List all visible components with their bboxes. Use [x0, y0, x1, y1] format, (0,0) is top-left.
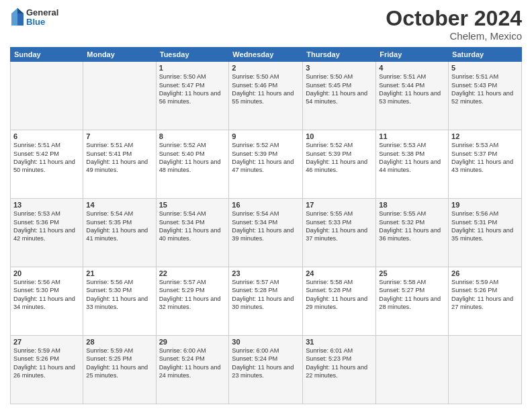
day-info: Sunrise: 6:00 AM Sunset: 5:24 PM Dayligh… [159, 347, 226, 380]
location-title: Chelem, Mexico [386, 30, 522, 42]
day-info: Sunrise: 5:53 AM Sunset: 5:37 PM Dayligh… [451, 141, 519, 175]
day-info: Sunrise: 5:53 AM Sunset: 5:38 PM Dayligh… [379, 141, 445, 175]
calendar-cell: 3Sunrise: 5:50 AM Sunset: 5:45 PM Daylig… [303, 62, 376, 130]
calendar-cell: 26Sunrise: 5:59 AM Sunset: 5:26 PM Dayli… [449, 267, 522, 336]
day-info: Sunrise: 5:56 AM Sunset: 5:30 PM Dayligh… [86, 278, 152, 312]
day-info: Sunrise: 5:56 AM Sunset: 5:30 PM Dayligh… [13, 278, 80, 312]
calendar-cell: 15Sunrise: 5:54 AM Sunset: 5:34 PM Dayli… [156, 199, 229, 267]
day-number: 27 [13, 338, 80, 346]
calendar-cell: 28Sunrise: 5:59 AM Sunset: 5:25 PM Dayli… [83, 336, 156, 404]
day-info: Sunrise: 5:52 AM Sunset: 5:39 PM Dayligh… [306, 141, 373, 175]
day-info: Sunrise: 5:52 AM Sunset: 5:40 PM Dayligh… [159, 141, 226, 175]
calendar-cell: 14Sunrise: 5:54 AM Sunset: 5:35 PM Dayli… [83, 199, 156, 267]
calendar-week-4: 20Sunrise: 5:56 AM Sunset: 5:30 PM Dayli… [11, 267, 522, 336]
calendar-cell: 25Sunrise: 5:58 AM Sunset: 5:27 PM Dayli… [376, 267, 449, 336]
calendar-cell: 23Sunrise: 5:57 AM Sunset: 5:28 PM Dayli… [229, 267, 303, 336]
day-info: Sunrise: 5:59 AM Sunset: 5:25 PM Dayligh… [86, 347, 152, 380]
calendar-header-row: Sunday Monday Tuesday Wednesday Thursday… [11, 48, 522, 62]
day-number: 4 [379, 64, 445, 72]
day-info: Sunrise: 5:58 AM Sunset: 5:28 PM Dayligh… [306, 278, 373, 312]
day-info: Sunrise: 5:53 AM Sunset: 5:36 PM Dayligh… [13, 210, 80, 243]
day-number: 3 [306, 64, 373, 72]
svg-marker-2 [17, 8, 24, 13]
logo-text: General Blue [26, 8, 58, 28]
day-info: Sunrise: 5:51 AM Sunset: 5:42 PM Dayligh… [13, 141, 80, 175]
day-info: Sunrise: 5:51 AM Sunset: 5:43 PM Dayligh… [451, 73, 519, 106]
day-info: Sunrise: 5:51 AM Sunset: 5:44 PM Dayligh… [379, 73, 445, 106]
calendar-cell: 30Sunrise: 6:00 AM Sunset: 5:24 PM Dayli… [229, 336, 303, 404]
calendar-cell: 5Sunrise: 5:51 AM Sunset: 5:43 PM Daylig… [449, 62, 522, 130]
day-info: Sunrise: 6:00 AM Sunset: 5:24 PM Dayligh… [232, 347, 300, 380]
day-info: Sunrise: 5:50 AM Sunset: 5:47 PM Dayligh… [159, 73, 226, 106]
day-number: 6 [13, 132, 80, 140]
calendar-cell [449, 336, 522, 404]
day-info: Sunrise: 5:58 AM Sunset: 5:27 PM Dayligh… [379, 278, 445, 312]
col-tuesday: Tuesday [156, 48, 229, 62]
calendar-cell: 13Sunrise: 5:53 AM Sunset: 5:36 PM Dayli… [11, 199, 83, 267]
calendar-cell: 1Sunrise: 5:50 AM Sunset: 5:47 PM Daylig… [156, 62, 229, 130]
page: General Blue October 2024 Chelem, Mexico… [0, 0, 532, 411]
day-number: 11 [379, 132, 445, 140]
day-number: 10 [306, 132, 373, 140]
calendar-cell: 9Sunrise: 5:52 AM Sunset: 5:39 PM Daylig… [229, 130, 303, 199]
day-number: 31 [306, 338, 373, 346]
title-block: October 2024 Chelem, Mexico [386, 7, 522, 42]
calendar-cell: 16Sunrise: 5:54 AM Sunset: 5:34 PM Dayli… [229, 199, 303, 267]
day-number: 7 [86, 132, 152, 140]
logo: General Blue [10, 7, 58, 28]
day-number: 25 [379, 269, 445, 277]
calendar-cell: 29Sunrise: 6:00 AM Sunset: 5:24 PM Dayli… [156, 336, 229, 404]
calendar-cell: 24Sunrise: 5:58 AM Sunset: 5:28 PM Dayli… [303, 267, 376, 336]
day-info: Sunrise: 5:56 AM Sunset: 5:31 PM Dayligh… [451, 210, 519, 243]
day-number: 21 [86, 269, 152, 277]
day-info: Sunrise: 6:01 AM Sunset: 5:23 PM Dayligh… [306, 347, 373, 380]
day-number: 19 [451, 201, 519, 209]
day-info: Sunrise: 5:55 AM Sunset: 5:33 PM Dayligh… [306, 210, 373, 243]
day-info: Sunrise: 5:59 AM Sunset: 5:26 PM Dayligh… [13, 347, 80, 380]
col-monday: Monday [83, 48, 156, 62]
calendar-cell: 7Sunrise: 5:51 AM Sunset: 5:41 PM Daylig… [83, 130, 156, 199]
day-number: 24 [306, 269, 373, 277]
day-number: 30 [232, 338, 300, 346]
calendar-cell: 6Sunrise: 5:51 AM Sunset: 5:42 PM Daylig… [11, 130, 83, 199]
day-info: Sunrise: 5:57 AM Sunset: 5:29 PM Dayligh… [159, 278, 226, 312]
day-number: 28 [86, 338, 152, 346]
day-info: Sunrise: 5:54 AM Sunset: 5:35 PM Dayligh… [86, 210, 152, 243]
day-info: Sunrise: 5:51 AM Sunset: 5:41 PM Dayligh… [86, 141, 152, 175]
day-info: Sunrise: 5:54 AM Sunset: 5:34 PM Dayligh… [159, 210, 226, 243]
day-number: 12 [451, 132, 519, 140]
day-info: Sunrise: 5:55 AM Sunset: 5:32 PM Dayligh… [379, 210, 445, 243]
calendar-cell: 8Sunrise: 5:52 AM Sunset: 5:40 PM Daylig… [156, 130, 229, 199]
calendar-table: Sunday Monday Tuesday Wednesday Thursday… [10, 47, 522, 404]
calendar-cell: 21Sunrise: 5:56 AM Sunset: 5:30 PM Dayli… [83, 267, 156, 336]
month-title: October 2024 [386, 7, 522, 30]
calendar-week-5: 27Sunrise: 5:59 AM Sunset: 5:26 PM Dayli… [11, 336, 522, 404]
calendar-cell: 2Sunrise: 5:50 AM Sunset: 5:46 PM Daylig… [229, 62, 303, 130]
calendar-cell: 27Sunrise: 5:59 AM Sunset: 5:26 PM Dayli… [11, 336, 83, 404]
day-number: 26 [451, 269, 519, 277]
day-info: Sunrise: 5:50 AM Sunset: 5:46 PM Dayligh… [232, 73, 300, 106]
day-number: 8 [159, 132, 226, 140]
col-friday: Friday [376, 48, 449, 62]
calendar-cell: 12Sunrise: 5:53 AM Sunset: 5:37 PM Dayli… [449, 130, 522, 199]
day-number: 1 [159, 64, 226, 72]
day-info: Sunrise: 5:54 AM Sunset: 5:34 PM Dayligh… [232, 210, 300, 243]
calendar-cell: 4Sunrise: 5:51 AM Sunset: 5:44 PM Daylig… [376, 62, 449, 130]
calendar-cell: 18Sunrise: 5:55 AM Sunset: 5:32 PM Dayli… [376, 199, 449, 267]
day-number: 29 [159, 338, 226, 346]
col-saturday: Saturday [449, 48, 522, 62]
calendar-cell [83, 62, 156, 130]
calendar-cell: 17Sunrise: 5:55 AM Sunset: 5:33 PM Dayli… [303, 199, 376, 267]
day-number: 18 [379, 201, 445, 209]
day-info: Sunrise: 5:50 AM Sunset: 5:45 PM Dayligh… [306, 73, 373, 106]
calendar-cell: 11Sunrise: 5:53 AM Sunset: 5:38 PM Dayli… [376, 130, 449, 199]
day-number: 23 [232, 269, 300, 277]
logo-icon [10, 7, 25, 28]
col-sunday: Sunday [11, 48, 83, 62]
day-number: 9 [232, 132, 300, 140]
svg-marker-1 [11, 8, 17, 26]
calendar-cell: 22Sunrise: 5:57 AM Sunset: 5:29 PM Dayli… [156, 267, 229, 336]
day-number: 2 [232, 64, 300, 72]
calendar-week-1: 1Sunrise: 5:50 AM Sunset: 5:47 PM Daylig… [11, 62, 522, 130]
day-info: Sunrise: 5:59 AM Sunset: 5:26 PM Dayligh… [451, 278, 519, 312]
